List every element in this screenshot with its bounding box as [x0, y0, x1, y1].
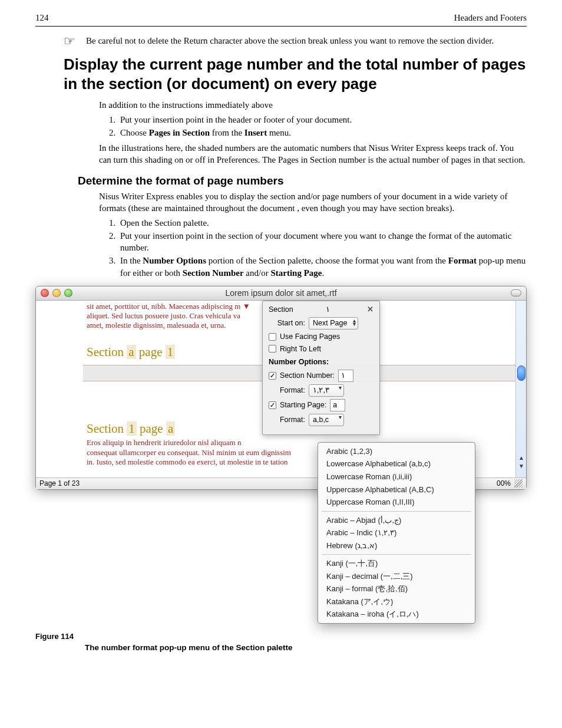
- starting-page-checkbox[interactable]: [269, 401, 276, 409]
- section-palette[interactable]: Section ١ ✕ Start on: Next Page ▴▾ Use F…: [262, 301, 380, 435]
- header-rule: [35, 26, 527, 27]
- app-window: Lorem ipsum dolor sit amet,.rtf sit amet…: [35, 286, 527, 490]
- page-title: Display the current page number and the …: [64, 55, 527, 93]
- menu-separator: [322, 554, 471, 555]
- step-2-2: Put your insertion point in the section …: [118, 230, 527, 254]
- menu-item[interactable]: Kanji – decimal (一,二,三): [318, 570, 475, 583]
- format1-label: Format:: [269, 386, 305, 396]
- starting-page-field[interactable]: a: [330, 399, 345, 411]
- palette-title: Section: [269, 305, 293, 315]
- step-1-2: Choose Pages in Section from the Insert …: [118, 127, 527, 139]
- start-on-select[interactable]: Next Page ▴▾: [309, 317, 358, 330]
- caret-icon: ▾: [339, 416, 342, 419]
- facing-pages-label: Use Facing Pages: [280, 332, 340, 342]
- pointer-icon: ☞: [35, 35, 75, 48]
- zoom-level[interactable]: 00%: [497, 479, 511, 488]
- caret-icon: ▾: [339, 386, 342, 390]
- menu-item[interactable]: Kanji (一,十,百): [318, 557, 475, 570]
- format2-label: Format:: [269, 415, 305, 425]
- step-2-3: In the Number Options portion of the Sec…: [118, 255, 527, 279]
- format1-select[interactable]: ١,٢,٣ ▾: [309, 384, 344, 397]
- menu-item[interactable]: Lowercase Roman (i,ii,iii): [318, 470, 475, 483]
- running-head: Headers and Footers: [454, 12, 527, 24]
- scroll-up-icon[interactable]: ▲: [518, 454, 525, 461]
- menu-item[interactable]: Kanji – formal (壱,拾,佰): [318, 582, 475, 595]
- facing-pages-checkbox[interactable]: [269, 333, 276, 341]
- steps-list-2: Open the Section palette. Put your inser…: [108, 217, 527, 279]
- figure-label: Figure 114: [35, 631, 527, 642]
- menu-separator: [322, 511, 471, 512]
- section-number-checkbox[interactable]: [269, 372, 276, 380]
- step-2-1: Open the Section palette.: [118, 217, 527, 229]
- menu-item[interactable]: Uppercase Alphabetical (A,B,C): [318, 483, 475, 496]
- subheading: Determine the format of page numbers: [78, 173, 527, 189]
- note-text: Be careful not to delete the Return char…: [86, 35, 527, 48]
- step-1-1: Put your insertion point in the header o…: [118, 114, 527, 126]
- starting-page-label: Starting Page:: [280, 400, 326, 410]
- menu-item[interactable]: Lowercase Alphabetical (a,b,c): [318, 457, 475, 470]
- left-margin: [36, 301, 83, 477]
- format-dropdown-menu[interactable]: Arabic (1,2,3) Lowercase Alphabetical (a…: [318, 442, 475, 624]
- page-indicator: Page 1 of 23: [39, 479, 80, 488]
- section-number-field[interactable]: ١: [338, 370, 353, 382]
- resize-grip-icon[interactable]: [514, 479, 523, 487]
- scroll-down-icon[interactable]: ▼: [518, 462, 525, 469]
- window-titlebar[interactable]: Lorem ipsum dolor sit amet,.rtf: [36, 286, 526, 301]
- menu-item[interactable]: Katakana – iroha (イ,ロ,ハ): [318, 608, 475, 621]
- format2-select[interactable]: a,b,c ▾: [309, 414, 344, 426]
- menu-item[interactable]: Arabic – Indic (١,٢,٣): [318, 526, 475, 539]
- rtl-label: Right To Left: [280, 344, 321, 354]
- vertical-scrollbar[interactable]: ▲ ▼: [515, 301, 526, 477]
- palette-close-icon[interactable]: ✕: [367, 305, 373, 315]
- page-number: 124: [35, 12, 49, 24]
- rtl-checkbox[interactable]: [269, 345, 276, 353]
- menu-item[interactable]: Arabic – Abjad (ج,ب,أ): [318, 514, 475, 527]
- menu-item[interactable]: Hebrew (א,ב,ג): [318, 539, 475, 552]
- menu-item[interactable]: Katakana (ア,イ,ウ): [318, 595, 475, 608]
- para-after-steps1: In the illustrations here, the shaded nu…: [99, 142, 527, 166]
- scroll-thumb[interactable]: [517, 365, 525, 381]
- menu-item[interactable]: Uppercase Roman (I,II,III): [318, 496, 475, 509]
- subhead-para: Nisus Writer Express enables you to disp…: [99, 190, 527, 215]
- menu-item[interactable]: Arabic (1,2,3): [318, 445, 475, 458]
- number-options-heading: Number Options:: [269, 357, 373, 367]
- section-number-label: Section Number:: [280, 371, 335, 381]
- toolbar-pill-icon[interactable]: [511, 289, 521, 297]
- figure-caption: The number format pop-up menu of the Sec…: [85, 643, 527, 653]
- start-on-label: Start on:: [269, 318, 305, 328]
- steps-list-1: Put your insertion point in the header o…: [108, 114, 527, 139]
- window-title: Lorem ipsum dolor sit amet,.rtf: [36, 288, 526, 299]
- caret-icon: ▴▾: [353, 319, 356, 326]
- intro-para: In addition to the instructions immediat…: [99, 99, 527, 111]
